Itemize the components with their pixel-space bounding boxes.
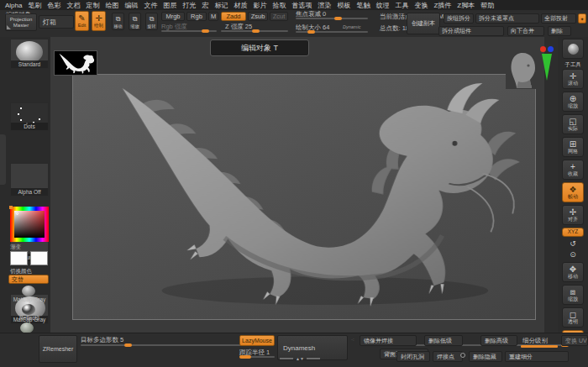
menu-help[interactable]: 帮助	[480, 1, 494, 10]
morph-uv-button[interactable]: 变换 UV	[561, 335, 588, 346]
focal-shift-slider[interactable]	[296, 18, 368, 19]
scale-tool-label: 缩放	[568, 296, 578, 302]
actual-size-button[interactable]: ◱实际	[562, 114, 584, 134]
head-preview[interactable]	[506, 49, 539, 89]
main-color-swatch[interactable]	[10, 251, 28, 265]
secondary-color-swatch[interactable]	[30, 251, 48, 265]
menu-stencil[interactable]: 模板	[337, 1, 350, 10]
lazymouse-button[interactable]: LazyMouse	[239, 335, 275, 346]
magnify-button[interactable]: ⊙	[562, 250, 584, 259]
alt-button[interactable]: 交替	[8, 275, 49, 284]
project-all-button[interactable]: 全部投射	[541, 13, 576, 24]
left-tray-divider-handle[interactable]	[0, 134, 6, 185]
orientation-gizmo[interactable]	[540, 46, 557, 84]
sdiv-level-slider[interactable]	[521, 345, 558, 348]
menu-custom[interactable]: 定制	[86, 1, 99, 10]
grid-button[interactable]: ⊞网格	[562, 137, 584, 157]
menu-texture[interactable]: 纹理	[375, 1, 389, 10]
zadd-button[interactable]: Zadd	[221, 12, 246, 21]
m-button[interactable]: M	[208, 12, 218, 21]
current-brush-thumbnail[interactable]: Standard	[10, 39, 49, 69]
edit-button[interactable]: ✎ Edit	[75, 11, 89, 31]
rgb-button[interactable]: Rgb	[186, 12, 207, 21]
del-hidden-button[interactable]: 删除隐藏	[469, 351, 502, 362]
target-polys-slider[interactable]	[81, 344, 260, 346]
favorites-button[interactable]: +收藏	[562, 160, 584, 180]
menu-alpha[interactable]: Alpha	[5, 2, 22, 9]
menu-zplugin[interactable]: Z插件	[433, 1, 451, 10]
menu-render[interactable]: 渲染	[318, 1, 331, 10]
menu-edit[interactable]: 编辑	[124, 1, 138, 10]
menu-brush[interactable]: 笔刷	[28, 1, 41, 10]
menu-zscript[interactable]: Z脚本	[457, 1, 475, 10]
projection-master-button[interactable]: Projection Master	[5, 13, 37, 31]
gradient-label[interactable]: 渐变	[10, 244, 49, 251]
material-quick-button[interactable]	[562, 39, 584, 59]
menu-document[interactable]: 文档	[66, 1, 80, 10]
reconstruct-subdiv-button[interactable]: 重建细分	[505, 351, 569, 362]
document-area[interactable]	[72, 74, 536, 320]
matcap-gray-item[interactable]: MatCap Gray	[10, 286, 49, 302]
menu-light[interactable]: 打光	[182, 1, 196, 10]
weld-points-radio-icon[interactable]	[460, 353, 465, 358]
scroll-button[interactable]: ✛滚动	[562, 69, 584, 89]
lazy-radius-slider[interactable]	[239, 356, 275, 358]
draw-size-slider[interactable]	[296, 31, 368, 33]
split-to-parts-button[interactable]: 拆分成组件	[438, 26, 504, 36]
zoom-icon: ⊕	[570, 95, 576, 103]
scale-tool-button[interactable]: ⧈缩放	[562, 285, 584, 305]
menu-macro[interactable]: 宏	[202, 1, 208, 10]
viewport[interactable]	[50, 37, 544, 333]
align-button[interactable]: ✢对齐	[562, 205, 584, 225]
reflect2-item[interactable]: Reflect2	[10, 304, 49, 321]
saturation-box[interactable]	[14, 211, 45, 238]
menu-picker[interactable]: 拾取	[272, 1, 286, 10]
weld-points-button[interactable]: 焊接点	[433, 351, 463, 362]
mrgb-button[interactable]: Mrgb	[161, 12, 185, 21]
zsub-button[interactable]: Zsub	[248, 12, 268, 21]
delete-button[interactable]: 删除	[548, 26, 571, 36]
menu-file[interactable]: 文件	[144, 1, 157, 10]
close-holes-button[interactable]: 封闭孔洞	[396, 351, 430, 362]
menu-material[interactable]: 材质	[234, 1, 247, 10]
create-copy-button[interactable]: 创建副本	[407, 13, 440, 34]
menu-tool[interactable]: 工具	[395, 1, 408, 10]
current-stroke-thumbnail[interactable]: Dots	[10, 102, 49, 131]
color-picker[interactable]	[10, 207, 49, 242]
transparent-label: 透明	[568, 319, 578, 325]
menu-stroke[interactable]: 笔触	[356, 1, 370, 10]
menu-color[interactable]: 色彩	[47, 1, 60, 10]
move-button[interactable]: ⧉ 移动	[112, 13, 124, 30]
move-tool-button[interactable]: ✥移动	[562, 262, 584, 282]
menu-transform[interactable]: 变换	[414, 1, 428, 10]
draw-button[interactable]: ✛ 绘制	[92, 11, 106, 31]
shelf-orange-toggle[interactable]: ✦	[578, 13, 586, 24]
merge-down-button[interactable]: 向下合并	[507, 26, 544, 36]
zoom3d-button[interactable]: ⊕缩放	[562, 92, 584, 112]
reference-image-thumbnail[interactable]	[54, 50, 97, 76]
del-lower-button[interactable]: 删除低级	[424, 335, 463, 346]
menu-draw[interactable]: 绘图	[105, 1, 118, 10]
frame-button[interactable]: ❖帧动	[562, 182, 584, 202]
rotate-button[interactable]: ⧉ 旋转	[145, 13, 158, 30]
menu-layer[interactable]: 图层	[163, 1, 176, 10]
scroll-dash-right	[307, 358, 320, 359]
menu-preferences[interactable]: 首选项	[291, 1, 312, 10]
current-alpha-thumbnail[interactable]: Alpha Off	[10, 163, 49, 197]
transparent-button[interactable]: ◻透明	[562, 307, 584, 328]
zremesher-button[interactable]: ZRemesher	[39, 335, 77, 363]
y-rotate-button[interactable]: ↺	[562, 239, 584, 248]
zcut-button[interactable]: Zcut	[270, 12, 288, 21]
split-unmasked-button[interactable]: 拆分未遮罩点	[475, 13, 539, 24]
lightbox-button[interactable]: 灯箱	[39, 15, 74, 29]
bottom-scroll-control[interactable]: ▲▼	[280, 356, 320, 361]
menu-movie[interactable]: 影片	[253, 1, 266, 10]
menu-marker[interactable]: 标记	[214, 1, 228, 10]
xyz-button[interactable]: XYZ	[562, 228, 584, 237]
rgb-intensity-slider[interactable]	[161, 30, 217, 32]
z-intensity-slider[interactable]	[221, 30, 288, 32]
groups-split-button[interactable]: 按组拆分	[444, 13, 474, 24]
del-higher-button[interactable]: 删除高级	[480, 335, 517, 346]
mirror-weld-button[interactable]: 镜像并焊接	[360, 335, 417, 346]
scale-button[interactable]: ⧉ 缩放	[129, 13, 141, 30]
